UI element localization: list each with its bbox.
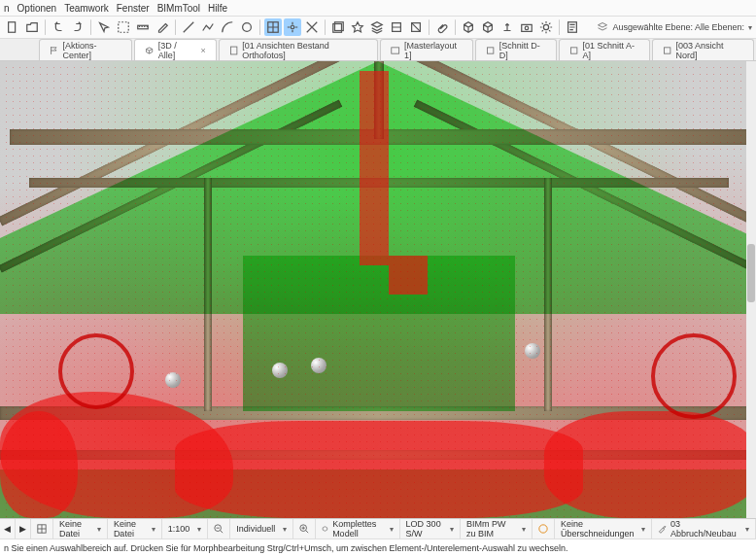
nav-left-button[interactable]: ◀ (0, 519, 16, 539)
status-text: Keine Datei (114, 519, 144, 539)
menu-item[interactable]: Teamwork (64, 3, 109, 14)
status-model[interactable]: Komplettes Modell (316, 519, 399, 539)
ruler-icon[interactable] (134, 18, 152, 36)
status-text: Keine Datei (59, 519, 89, 539)
guide-icon[interactable] (303, 18, 321, 36)
status-text: Keine Überschneidungen (561, 519, 635, 539)
tab-label: [3D / Alle] (158, 41, 193, 60)
cube-icon[interactable] (460, 18, 477, 36)
status-scale[interactable]: 1:100 (162, 519, 209, 539)
status-bar: ◀ ▶ Keine Datei Keine Datei 1:100 Indivi… (0, 518, 756, 539)
menu-item[interactable]: BIMmTool (157, 3, 200, 14)
svg-rect-16 (571, 47, 577, 52)
sun-icon[interactable] (537, 18, 555, 36)
redo-icon[interactable] (69, 18, 86, 36)
separator (325, 19, 326, 35)
tab-action-center[interactable]: [Aktions-Center] (39, 39, 132, 60)
status-lod[interactable]: LOD 300 S/W (400, 519, 461, 539)
line-icon[interactable] (180, 18, 197, 36)
camera-icon[interactable] (518, 18, 535, 36)
open-icon[interactable] (23, 18, 41, 36)
zoom-in-button[interactable] (293, 519, 316, 539)
menu-item[interactable]: Fenster (117, 3, 150, 14)
main-toolbar: Ausgewählte Ebene: Alle Ebenen: ▾ (0, 17, 756, 39)
elevation-icon[interactable] (498, 18, 516, 36)
svg-rect-17 (665, 47, 670, 52)
layer-selector[interactable]: Ausgewählte Ebene: Alle Ebenen: ▾ (597, 21, 752, 33)
svg-rect-14 (392, 47, 399, 52)
menu-item[interactable]: Optionen (17, 3, 57, 14)
svg-point-10 (525, 26, 529, 30)
element-snap-icon[interactable] (284, 18, 301, 36)
scrollbar-thumb[interactable] (747, 244, 755, 302)
status-warning[interactable] (533, 519, 555, 539)
status-workset[interactable]: BIMm PW zu BIM (461, 519, 533, 539)
polyline-icon[interactable] (199, 18, 217, 36)
layers-icon[interactable] (368, 18, 386, 36)
undo-icon[interactable] (50, 18, 67, 36)
report-icon[interactable] (564, 18, 581, 36)
tab-label: [Masterlayout 1] (404, 41, 463, 60)
tab-masterlayout[interactable]: [Masterlayout 1] (380, 39, 473, 60)
flag-icon (50, 46, 58, 55)
status-demolition[interactable]: 03 Abbruch/Neubau (652, 519, 756, 539)
svg-rect-1 (119, 22, 129, 33)
tab-label: [003 Ansicht Nord] (676, 41, 744, 60)
zoom-out-button[interactable] (208, 519, 230, 539)
hammer-icon (658, 524, 667, 534)
cube-icon (322, 524, 328, 534)
grid-snap-icon[interactable] (264, 18, 282, 36)
3d-viewport[interactable] (0, 61, 756, 518)
marquee-icon[interactable] (115, 18, 132, 36)
tab-orthophotos[interactable]: [01 Ansichten Bestand Orthofotos] (219, 39, 379, 60)
arc-icon[interactable] (219, 18, 236, 36)
status-zoom[interactable]: Individuell (230, 519, 293, 539)
status-file1[interactable]: Keine Datei (53, 519, 108, 539)
section-icon[interactable] (388, 18, 405, 36)
status-text: Individuell (236, 524, 275, 534)
hint-bar: n Sie einen Auswahlbereich auf. Drücken … (0, 539, 756, 556)
separator (90, 19, 91, 35)
status-file2[interactable]: Keine Datei (108, 519, 162, 539)
svg-rect-15 (488, 47, 494, 52)
close-icon[interactable]: × (200, 46, 205, 55)
attach-icon[interactable] (433, 18, 451, 36)
svg-point-21 (539, 525, 547, 533)
tab-schnitt-dd[interactable]: [Schnitt D-D] (475, 39, 557, 60)
status-overrides[interactable]: Keine Überschneidungen (555, 519, 653, 539)
separator (559, 19, 560, 35)
cube2-icon[interactable] (479, 18, 497, 36)
tab-label: [Aktions-Center] (62, 41, 121, 60)
status-text: Komplettes Modell (332, 519, 381, 539)
dropper-icon[interactable] (154, 18, 171, 36)
favorites-icon[interactable] (349, 18, 366, 36)
menu-item[interactable]: Hilfe (208, 3, 227, 14)
doc-icon (229, 46, 238, 55)
tab-3d-all[interactable]: [3D / Alle] × (134, 39, 216, 60)
scrollbar-vertical[interactable] (746, 61, 756, 518)
circle-icon[interactable] (238, 18, 256, 36)
tab-schnitt-aa[interactable]: [01 Schnitt A-A] (559, 39, 650, 60)
new-icon[interactable] (4, 18, 21, 36)
tab-ansicht-nord[interactable]: [003 Ansicht Nord] (652, 39, 754, 60)
status-text: BIMm PW zu BIM (466, 519, 514, 539)
menu-item[interactable]: n (4, 3, 10, 14)
svg-rect-13 (230, 47, 236, 54)
tab-label: [Schnitt D-D] (499, 41, 546, 60)
tab-label: [01 Schnitt A-A] (582, 41, 639, 60)
layers-icon (597, 21, 608, 33)
override-icon[interactable] (407, 18, 425, 36)
coord-mode[interactable] (31, 519, 53, 539)
trace-icon[interactable] (329, 18, 347, 36)
nav-right-button[interactable]: ▶ (16, 519, 31, 539)
svg-point-5 (291, 25, 294, 29)
tab-label: [01 Ansichten Bestand Orthofotos] (242, 41, 367, 60)
svg-rect-9 (522, 24, 533, 31)
arrow-icon[interactable] (95, 18, 113, 36)
separator (45, 19, 46, 35)
section-icon (569, 46, 578, 55)
warning-icon (538, 524, 548, 534)
hint-text: n Sie einen Auswahlbereich auf. Drücken … (4, 543, 568, 553)
status-text: 03 Abbruch/Neubau (670, 519, 738, 539)
section-icon (486, 46, 495, 55)
